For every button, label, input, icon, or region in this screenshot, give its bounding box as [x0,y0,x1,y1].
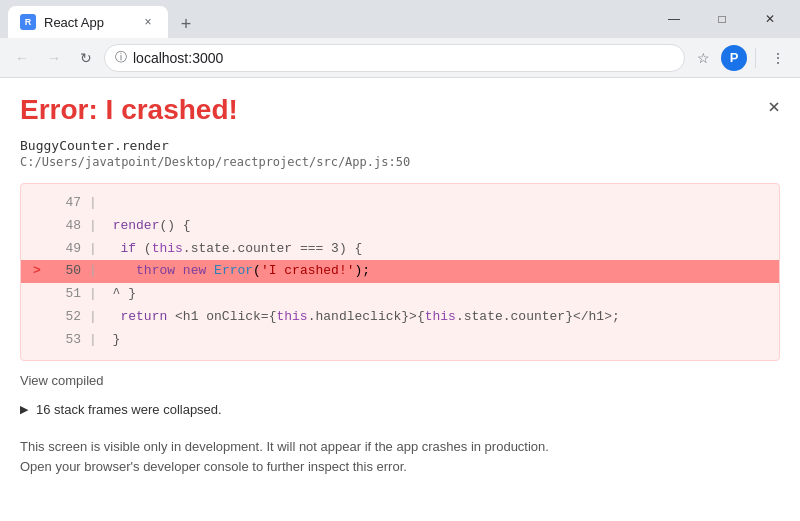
new-tab-button[interactable]: + [172,10,200,38]
tab-area: R React App × + [8,0,652,38]
separator [755,48,756,68]
menu-button[interactable]: ⋮ [764,44,792,72]
code-block: 47 | 48 | render() { 49 | if (this.state… [20,183,780,361]
tab-favicon: R [20,14,36,30]
forward-button[interactable]: → [40,44,68,72]
window-controls: — □ ✕ [652,0,792,38]
error-title: Error: I crashed! [20,94,238,126]
code-line-48: 48 | render() { [21,215,779,238]
code-line-47: 47 | [21,192,779,215]
view-compiled-link[interactable]: View compiled [20,373,780,388]
page-content: Error: I crashed! × BuggyCounter.render … [0,78,800,521]
footer-note: This screen is visible only in developme… [20,437,780,479]
url-bar[interactable]: ⓘ localhost:3000 [104,44,685,72]
tab-close-button[interactable]: × [140,14,156,30]
code-line-51: 51 | ^ } [21,283,779,306]
code-line-49: 49 | if (this.state.counter === 3) { [21,238,779,261]
minimize-button[interactable]: — [652,0,696,38]
browser-tab[interactable]: R React App × [8,6,168,38]
collapse-triangle-icon: ▶ [20,403,28,416]
reload-button[interactable]: ↻ [72,44,100,72]
lock-icon: ⓘ [115,49,127,66]
address-actions: ☆ P ⋮ [689,44,792,72]
window-close-button[interactable]: ✕ [748,0,792,38]
tab-title: React App [44,15,132,30]
browser-window: R React App × + — □ ✕ ← → ↻ ⓘ localhost:… [0,0,800,521]
error-header: Error: I crashed! × [20,94,780,126]
error-close-button[interactable]: × [768,94,780,118]
error-component: BuggyCounter.render [20,138,780,153]
title-bar: R React App × + — □ ✕ [0,0,800,38]
stack-frames-label: 16 stack frames were collapsed. [36,402,222,417]
code-line-50: > 50 | throw new Error('I crashed!'); [21,260,779,283]
error-path: C:/Users/javatpoint/Desktop/reactproject… [20,155,780,169]
url-text: localhost:3000 [133,50,223,66]
error-overlay: Error: I crashed! × BuggyCounter.render … [20,94,780,478]
footer-line-1: This screen is visible only in developme… [20,437,780,458]
maximize-button[interactable]: □ [700,0,744,38]
profile-icon[interactable]: P [721,45,747,71]
footer-line-2: Open your browser's developer console to… [20,457,780,478]
bookmark-button[interactable]: ☆ [689,44,717,72]
back-button[interactable]: ← [8,44,36,72]
address-bar: ← → ↻ ⓘ localhost:3000 ☆ P ⋮ [0,38,800,78]
code-line-52: 52 | return <h1 onClick={this.handleclic… [21,306,779,329]
stack-frames-toggle[interactable]: ▶ 16 stack frames were collapsed. [20,402,780,417]
code-line-53: 53 | } [21,329,779,352]
